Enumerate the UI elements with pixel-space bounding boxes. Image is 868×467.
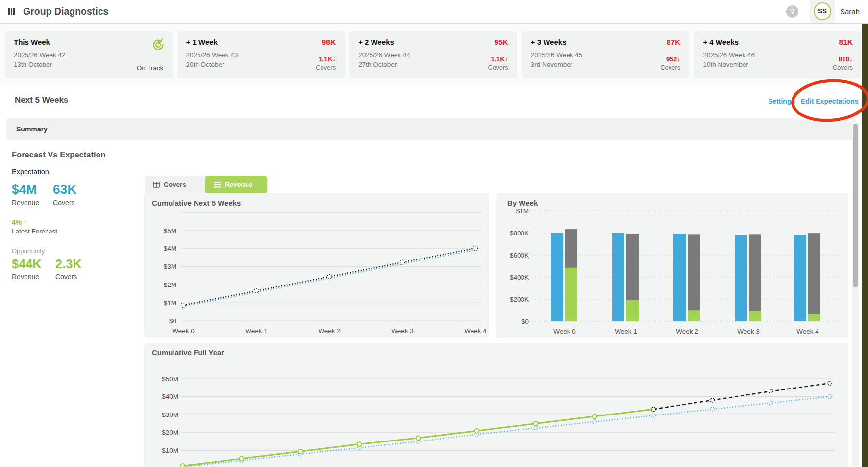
covers-value: 81K xyxy=(839,38,853,47)
user-name[interactable]: Sarah xyxy=(840,0,860,23)
card-title: + 2 Weeks xyxy=(358,38,410,46)
tab-covers[interactable]: Covers xyxy=(145,176,205,194)
desktop-background-strip xyxy=(862,19,868,467)
covers-label: Covers xyxy=(53,199,77,207)
expectation-label: Expectation xyxy=(12,168,140,176)
cumulative-full-year-chart: $10M$20M$30M$40M$50M xyxy=(144,343,848,467)
axis-tick-label: Week 2 xyxy=(676,328,698,335)
axis-tick-label: $1M xyxy=(164,299,176,307)
card-week: 2025/26 Week 43 xyxy=(186,51,238,60)
axis-tick-label: $40M xyxy=(162,393,178,400)
tab-covers-label: Covers xyxy=(164,181,186,188)
axis-tick-label: $0 xyxy=(169,317,176,325)
page-title: Group Diagnostics xyxy=(23,0,108,23)
metric-tabbar: Covers Revenue xyxy=(145,176,267,194)
data-point-marker xyxy=(593,420,596,424)
data-point-marker xyxy=(710,407,714,411)
chart-title: Cumulative Next 5 Weeks xyxy=(152,199,241,207)
forecast-vs-expectation-panel: Forecast Vs Expectation Expectation $4M … xyxy=(12,150,140,292)
axis-tick-label: Week 3 xyxy=(737,328,760,335)
axis-tick-label: Week 1 xyxy=(615,328,637,335)
card-date: 20th October xyxy=(186,60,238,69)
data-point-marker xyxy=(534,421,538,426)
axis-tick-label: $2M xyxy=(164,281,176,288)
axis-tick-label: Week 0 xyxy=(553,328,576,335)
tab-revenue[interactable]: Revenue xyxy=(205,176,267,194)
cumulative-next-5-weeks-chart-panel: Cumulative Next 5 Weeks $0$1M$2M$3M$4M$5… xyxy=(144,193,489,338)
data-point-marker xyxy=(828,395,832,399)
covers-label: Covers xyxy=(55,273,82,281)
axis-tick-label: Week 0 xyxy=(172,327,195,335)
card-plus-2-weeks[interactable]: + 2 Weeks 2025/26 Week 44 27th October 9… xyxy=(349,31,517,78)
on-the-books-bar xyxy=(749,311,761,321)
card-this-week[interactable]: This Week 2025/26 Week 42 13th October O… xyxy=(5,31,173,78)
latest-forecast-label: Latest Forecast xyxy=(12,228,140,235)
avatar-tile[interactable]: SS xyxy=(810,0,835,23)
forecast-bar xyxy=(551,233,563,321)
expectation-remaining-bar xyxy=(626,234,639,300)
summary-accordion-header[interactable]: Summary xyxy=(6,118,856,140)
vertical-scrollbar-track[interactable] xyxy=(852,122,859,467)
covers-delta: 1.1K↓ xyxy=(491,55,508,63)
card-date: 10th November xyxy=(703,60,755,69)
axis-tick-label: $200K xyxy=(510,296,529,303)
axis-tick-label: $10M xyxy=(162,447,178,454)
expectation-line xyxy=(183,397,830,467)
card-week: 2025/26 Week 45 xyxy=(531,51,583,60)
axis-tick-label: $30M xyxy=(162,411,178,418)
week-cards-row: This Week 2025/26 Week 42 13th October O… xyxy=(5,31,862,78)
axis-tick-label: Week 1 xyxy=(245,327,268,335)
axis-tick-label: Week 3 xyxy=(391,327,414,335)
help-icon[interactable]: ? xyxy=(786,5,798,18)
card-plus-4-weeks[interactable]: + 4 Weeks 2025/26 Week 46 10th November … xyxy=(694,31,862,78)
covers-delta: 810↓ xyxy=(839,55,853,63)
axis-tick-label: $3M xyxy=(164,263,176,270)
axis-tick-label: Week 2 xyxy=(318,327,341,335)
avatar[interactable]: SS xyxy=(814,2,831,20)
data-point-marker xyxy=(416,436,421,440)
data-point-marker xyxy=(181,303,186,307)
vertical-scrollbar-thumb[interactable] xyxy=(853,124,858,287)
settings-link[interactable]: Settings xyxy=(768,97,795,105)
top-header: Group Diagnostics ? SS Sarah xyxy=(0,0,868,24)
data-point-marker xyxy=(593,414,597,418)
on-the-books-bar xyxy=(808,314,820,321)
latest-forecast-delta: 4% ↑ xyxy=(12,218,140,226)
axis-tick-label: $20M xyxy=(162,429,178,436)
data-point-marker xyxy=(534,426,538,430)
expectation-remaining-bar xyxy=(749,234,761,311)
axis-tick-label: $1M xyxy=(516,208,529,215)
card-plus-3-weeks[interactable]: + 3 Weeks 2025/26 Week 45 3rd November 8… xyxy=(522,31,690,78)
axis-tick-label: Week 4 xyxy=(464,327,487,335)
sidebar-toggle-icon[interactable] xyxy=(8,8,15,15)
data-point-marker xyxy=(240,456,244,461)
data-point-marker xyxy=(651,407,655,411)
expectation-covers-value: 63K xyxy=(53,182,77,197)
card-title: + 4 Weeks xyxy=(703,38,755,46)
card-date: 13th October xyxy=(14,60,66,69)
edit-expectations-link[interactable]: Edit Expectations xyxy=(801,97,858,105)
summary-label: Summary xyxy=(6,118,856,140)
card-week: 2025/26 Week 46 xyxy=(703,51,755,60)
data-point-marker xyxy=(473,246,478,251)
forecast-bar xyxy=(612,233,624,321)
covers-delta: 1.1K↓ xyxy=(319,55,336,63)
card-week: 2025/26 Week 44 xyxy=(358,51,410,60)
data-point-marker xyxy=(710,398,714,402)
data-point-marker xyxy=(475,429,479,433)
axis-tick-label: $50M xyxy=(162,375,178,383)
on-track-target-icon xyxy=(151,38,164,52)
card-plus-1-week[interactable]: + 1 Week 2025/26 Week 43 20th October 98… xyxy=(177,31,345,78)
covers-delta: 952↓ xyxy=(666,55,680,63)
on-the-books-bar xyxy=(688,311,700,322)
axis-tick-label: $0 xyxy=(521,318,529,325)
opportunity-label: Opportunity xyxy=(12,247,140,255)
revenue-label: Revenue xyxy=(12,199,39,207)
data-point-marker xyxy=(828,381,832,385)
data-point-marker xyxy=(298,449,303,454)
axis-tick-label: $600K xyxy=(510,252,529,259)
opportunity-covers-value: 2.3K xyxy=(55,257,82,271)
stats-heading: Forecast Vs Expectation xyxy=(12,150,140,159)
expectation-revenue-value: $4M xyxy=(12,182,39,197)
on-the-books-bar xyxy=(626,300,639,321)
